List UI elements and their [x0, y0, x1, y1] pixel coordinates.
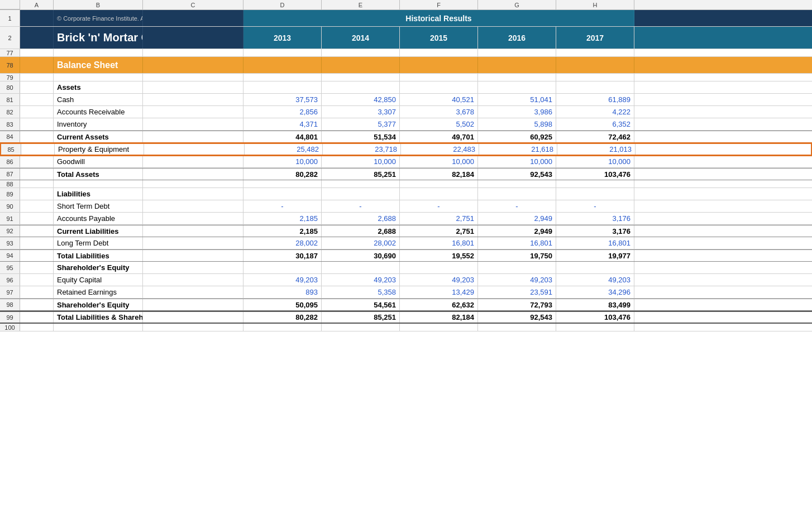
- row-97: 97 Retained Earnings 893 5,358 13,429 23…: [0, 286, 812, 299]
- cell-81-label: Cash: [54, 94, 143, 105]
- cell-94d: 30,187: [243, 250, 322, 261]
- cell-86a: [20, 156, 54, 167]
- cell-82c: [143, 106, 243, 118]
- row-80: 80 Assets: [0, 81, 812, 94]
- row-2: 2 Brick 'n' Mortar Co Model 2013 2014 20…: [0, 27, 812, 49]
- cell-83c: [143, 118, 243, 130]
- cell-87a: [20, 169, 54, 180]
- historical-results-label: Historical Results: [405, 14, 471, 23]
- row-95: 95 Shareholder's Equity: [0, 262, 812, 274]
- rownum-78: 78: [0, 57, 20, 73]
- cell-89h: [556, 188, 634, 200]
- rownum-99: 99: [0, 312, 20, 323]
- cell-99g: 92,543: [478, 312, 556, 323]
- cell-90e: -: [322, 200, 400, 212]
- row-89: 89 Liabilities: [0, 188, 812, 200]
- rownum-89: 89: [0, 188, 20, 200]
- year-2015: 2015: [400, 27, 478, 49]
- cell-93-label: Long Term Debt: [54, 237, 143, 249]
- model-title-text: Brick 'n' Mortar Co Model: [57, 31, 143, 44]
- cell-82d: 2,856: [243, 106, 322, 118]
- cell-91a: [20, 213, 54, 224]
- cell-96g: 49,203: [478, 274, 556, 286]
- row-99: 99 Total Liabilities & Shareholder's Equ…: [0, 311, 812, 324]
- cell-77e: [322, 49, 400, 56]
- cell-81a: [20, 94, 54, 105]
- cell-86-label: Goodwill: [54, 156, 143, 167]
- cell-84c: [143, 131, 243, 142]
- cell-100a: [20, 324, 54, 331]
- cell-85d: 25,482: [245, 144, 323, 155]
- cell-90-label: Short Term Debt: [54, 200, 143, 212]
- cell-91f: 2,751: [400, 213, 478, 224]
- cell-91h: 3,176: [556, 213, 634, 224]
- cell-80g: [478, 81, 556, 93]
- cell-81f: 40,521: [400, 94, 478, 105]
- rownum-85: 85: [1, 144, 21, 155]
- cell-100e: [322, 324, 400, 331]
- cell-85f: 22,483: [401, 144, 479, 155]
- cell-77g: [478, 49, 556, 56]
- rownum-88: 88: [0, 180, 20, 187]
- cell-77h: [556, 49, 634, 56]
- cell-89a: [20, 188, 54, 200]
- rownum-96: 96: [0, 274, 20, 286]
- cell-80b-assets: Assets: [54, 81, 143, 93]
- cell-2c: [143, 27, 243, 49]
- row-1: 1 © Corporate Finance Institute. All rig…: [0, 10, 812, 27]
- cell-98c: [143, 299, 243, 310]
- cell-78g: [478, 57, 556, 73]
- rownum-86: 86: [0, 156, 20, 167]
- cell-96a: [20, 274, 54, 286]
- cell-87-label: Total Assets: [54, 169, 143, 180]
- cell-97g: 23,591: [478, 286, 556, 298]
- cell-99h: 103,476: [556, 312, 634, 323]
- cell-86c: [143, 156, 243, 167]
- cell-92f: 2,751: [400, 225, 478, 237]
- assets-label: Assets: [57, 83, 81, 92]
- cell-83-label: Inventory: [54, 118, 143, 130]
- cell-94h: 19,977: [556, 250, 634, 261]
- cell-80e: [322, 81, 400, 93]
- cell-91c: [143, 213, 243, 224]
- cell-96e: 49,203: [322, 274, 400, 286]
- cell-100c: [143, 324, 243, 331]
- cell-87f: 82,184: [400, 169, 478, 180]
- rownum-90: 90: [0, 200, 20, 212]
- cell-84e: 51,534: [322, 131, 400, 142]
- cell-86d: 10,000: [243, 156, 322, 167]
- year-2014: 2014: [322, 27, 400, 49]
- cell-91g: 2,949: [478, 213, 556, 224]
- cell-98d: 50,095: [243, 299, 322, 310]
- cell-78e: [322, 57, 400, 73]
- cell-79c: [143, 74, 243, 81]
- cell-99d: 80,282: [243, 312, 322, 323]
- cell-82h: 4,222: [556, 106, 634, 118]
- rownum-91: 91: [0, 213, 20, 224]
- cell-93e: 28,002: [322, 237, 400, 249]
- cell-88f: [400, 180, 478, 187]
- cell-85g: 21,618: [479, 144, 557, 155]
- cell-82g: 3,986: [478, 106, 556, 118]
- row-91: 91 Accounts Payable 2,185 2,688 2,751 2,…: [0, 213, 812, 225]
- cell-79a: [20, 74, 54, 81]
- rownum-94: 94: [0, 250, 20, 261]
- cell-2a: [20, 27, 54, 49]
- cell-91-label: Accounts Payable: [54, 213, 143, 224]
- cell-78c: [143, 57, 243, 73]
- cell-93c: [143, 237, 243, 249]
- row-82: 82 Accounts Receivable 2,856 3,307 3,678…: [0, 106, 812, 118]
- cell-97h: 34,296: [556, 286, 634, 298]
- year-2017: 2017: [556, 27, 634, 49]
- cell-97-label: Retained Earnings: [54, 286, 143, 298]
- cell-99e: 85,251: [322, 312, 400, 323]
- balance-sheet-text: Balance Sheet: [57, 60, 118, 70]
- cell-96d: 49,203: [243, 274, 322, 286]
- cell-86f: 10,000: [400, 156, 478, 167]
- cell-84g: 60,925: [478, 131, 556, 142]
- cell-79e: [322, 74, 400, 81]
- cell-97d: 893: [243, 286, 322, 298]
- cell-95c: [143, 262, 243, 273]
- cell-86h: 10,000: [556, 156, 634, 167]
- row-88: 88: [0, 180, 812, 188]
